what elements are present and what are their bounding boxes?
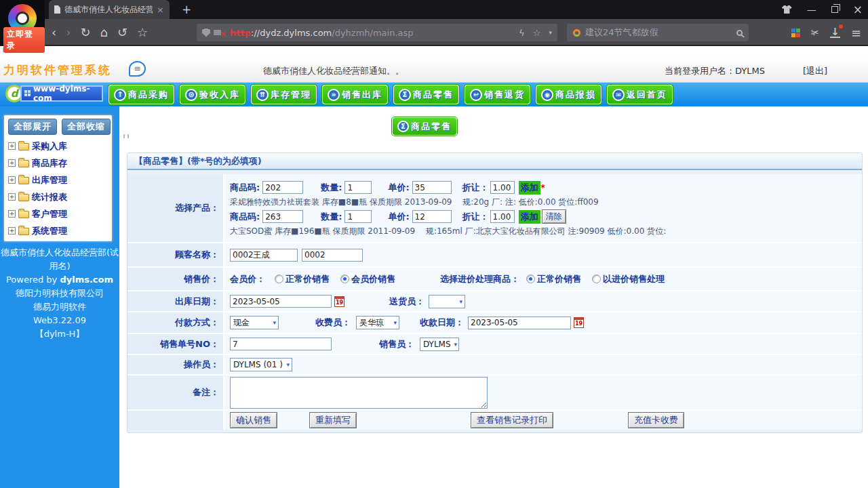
cost-normal-radio[interactable] [526, 274, 535, 283]
calendar-icon[interactable]: 19 [574, 317, 584, 328]
retail-form: 【商品零售】(带*号的为必填项) 选择产品： 商品码: 数量: [127, 152, 863, 433]
required-mark: * [541, 183, 545, 192]
product-discount-input-1[interactable] [490, 181, 515, 194]
sidebar-footer: 德威市俏佳人化妆品经营部(试 用名) Powered by dylms.com … [0, 246, 119, 341]
ship-date-input[interactable] [230, 295, 332, 308]
sidebar-item-stock[interactable]: 商品库存 [8, 155, 112, 171]
browser-nav-buttons: ‹ › ↻ ⌂ ↺ ☆ [52, 19, 148, 46]
normal-price-radio[interactable] [275, 274, 283, 283]
search-input[interactable]: 建议24节气都放假 [585, 26, 732, 39]
customer-code-input[interactable] [302, 249, 363, 262]
expand-plus-icon[interactable] [8, 176, 16, 184]
add-product-button-2[interactable]: 添加 [519, 210, 540, 224]
expand-plus-icon[interactable] [8, 159, 16, 167]
product-qty-input-2[interactable] [344, 210, 372, 223]
product-price-input-1[interactable] [412, 181, 452, 194]
product-qty-input-1[interactable] [344, 181, 372, 194]
menu-hamburger-icon[interactable]: ≡ [851, 26, 861, 40]
cashier-select[interactable]: 吴华琼▾ [356, 316, 399, 329]
new-tab-button[interactable]: + [178, 1, 195, 18]
sidebar-item-system[interactable]: 系统管理 [8, 222, 112, 239]
stray-marks [123, 134, 132, 138]
expand-plus-icon[interactable] [8, 227, 16, 235]
current-user-label: 当前登录用户名：DYLMS [665, 65, 765, 77]
minimize-icon[interactable]: — [807, 4, 816, 15]
product-code-input-2[interactable] [262, 210, 303, 223]
calendar-icon[interactable]: 19 [334, 296, 344, 307]
view-print-records-button[interactable]: 查看销售记录打印 [471, 412, 553, 428]
nav-button-damage[interactable]: 商品报损 [536, 85, 601, 104]
product-code-input-1[interactable] [262, 181, 303, 194]
deliverer-select[interactable]: ▾ [429, 295, 465, 308]
payment-method-select[interactable]: 现金▾ [230, 316, 279, 329]
nav-button-returns[interactable]: 销售退货 [465, 85, 530, 104]
close-window-icon[interactable]: × [853, 3, 863, 16]
expand-all-button[interactable]: 全部展开 [8, 119, 57, 135]
select-arrow-icon: ▾ [459, 298, 462, 305]
product-price-input-2[interactable] [412, 210, 452, 223]
undo-icon[interactable]: ↺ [117, 26, 127, 39]
reset-form-button[interactable]: 重新填写 [309, 412, 357, 428]
home-icon[interactable]: ⌂ [100, 26, 108, 39]
url-host: ://dydz.dylms.com [251, 28, 332, 38]
product-discount-input-2[interactable] [490, 210, 515, 223]
apps-grid-icon[interactable] [791, 28, 800, 37]
url-text: http://dydz.dylms.com/dyhzmh/main.asp [230, 28, 413, 38]
clear-button[interactable]: 清除 [542, 209, 566, 224]
nav-button-sales-out[interactable]: 销售出库 [322, 85, 388, 104]
logout-link[interactable]: [退出] [803, 65, 827, 77]
shield-icon[interactable] [202, 28, 210, 37]
pay-date-label: 收款日期： [420, 317, 464, 329]
seller-select[interactable]: DYLMS▾ [420, 338, 459, 351]
nav-button-home[interactable]: 返回首页 [607, 85, 673, 104]
forward-icon[interactable]: › [66, 26, 71, 39]
chat-bubble-icon[interactable]: ≡ [129, 61, 146, 77]
tab-close-icon[interactable]: × [157, 5, 164, 15]
powered-site-link[interactable]: dylms.com [60, 274, 113, 285]
browser-tab[interactable]: 德威市俏佳人化妆品经营部 (试 × [49, 0, 170, 19]
nav-button-retail[interactable]: 商品零售 [393, 85, 459, 104]
blocked-content-icon[interactable] [214, 30, 221, 35]
sidebar-item-reports[interactable]: 统计报表 [8, 188, 112, 205]
product-desc-2: 大宝SOD蜜 库存■196■瓶 保质期限 2011-09-09 规:165ml … [230, 225, 666, 237]
search-box[interactable]: 建议24节气都放假 [567, 24, 749, 41]
nav-button-inventory[interactable]: 库存管理 [251, 85, 317, 104]
url-bar[interactable]: × http://dydz.dylms.com/dyhzmh/main.asp … [197, 24, 557, 41]
member-price-radio[interactable] [340, 274, 349, 283]
search-icon[interactable] [736, 30, 743, 36]
lightning-icon[interactable]: ϟ [519, 28, 525, 38]
add-product-button-1[interactable]: 添加 [519, 181, 540, 195]
pay-date-input[interactable] [468, 317, 571, 329]
confirm-sale-button[interactable]: 确认销售 [230, 412, 277, 428]
restore-window-icon[interactable] [831, 6, 838, 13]
sidebar-item-outbound[interactable]: 出库管理 [8, 171, 112, 188]
site-logo[interactable]: d www-dylms-com [5, 85, 103, 102]
order-no-input[interactable] [230, 338, 332, 350]
sidebar-item-purchase-in[interactable]: 采购入库 [8, 138, 112, 155]
customer-name-input[interactable] [230, 249, 298, 262]
chevron-down-icon[interactable]: ▾ [549, 29, 552, 36]
theme-skin-icon[interactable] [782, 5, 792, 14]
download-icon[interactable]: ↓ [830, 27, 840, 38]
sidebar-item-customers[interactable]: 客户管理 [8, 205, 112, 222]
collapse-all-button[interactable]: 全部收缩 [62, 119, 111, 135]
favorite-star-icon[interactable]: ☆ [533, 28, 541, 38]
login-now-button[interactable]: 立即登录 [3, 27, 45, 53]
cost-price-radio[interactable] [592, 274, 601, 283]
card-charge-button[interactable]: 充值卡收费 [628, 412, 684, 428]
operator-select[interactable]: DYLMS (01 )▾ [230, 358, 292, 371]
back-icon[interactable]: ‹ [52, 26, 56, 39]
select-arrow-icon: ▾ [286, 361, 290, 368]
expand-plus-icon[interactable] [8, 193, 16, 201]
nav-button-purchase[interactable]: 商品采购 [108, 85, 174, 104]
folder-icon [18, 177, 29, 184]
screenshot-scissors-icon[interactable]: ✂▾ [811, 26, 820, 39]
reload-icon[interactable]: ↻ [80, 26, 90, 39]
notice-text[interactable]: 德威市俏佳人化妆品经营部通知。。 [263, 65, 404, 77]
sidebar: 全部展开 全部收缩 采购入库 商品库存 出库管理 [0, 106, 119, 488]
nav-button-receive[interactable]: 验收入库 [180, 85, 245, 104]
expand-plus-icon[interactable] [8, 210, 16, 218]
bookmark-star-icon[interactable]: ☆ [137, 26, 148, 39]
remark-textarea[interactable] [230, 377, 488, 409]
expand-plus-icon[interactable] [8, 142, 16, 150]
